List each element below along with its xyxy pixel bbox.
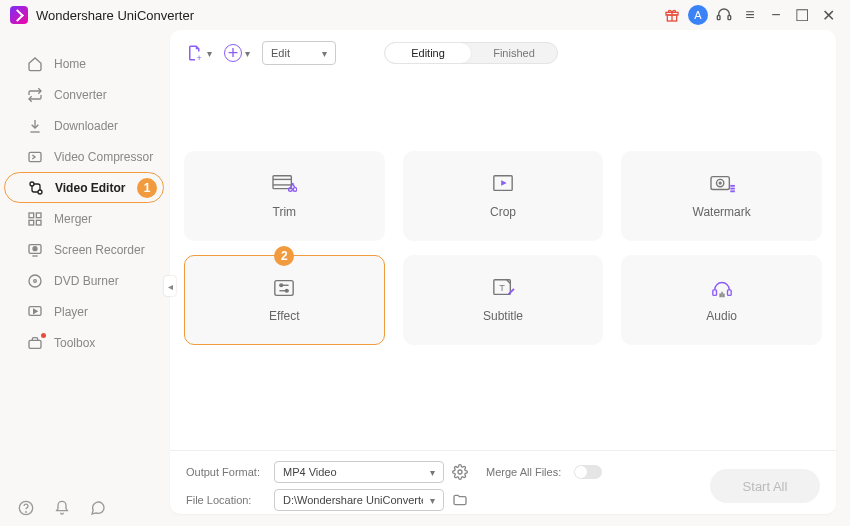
start-all-button[interactable]: Start All (710, 469, 820, 503)
sidebar-item-toolbox[interactable]: Toolbox (4, 327, 164, 358)
sidebar-item-label: Video Compressor (54, 150, 153, 164)
main-panel: ◂ + ▾ + ▾ Edit ▾ Editing Finished TrimCr… (170, 30, 836, 514)
tab-finished[interactable]: Finished (471, 43, 557, 63)
svg-point-25 (293, 188, 297, 192)
compress-icon (26, 149, 44, 165)
file-add-icon: + (186, 44, 204, 62)
collapse-sidebar-button[interactable]: ◂ (164, 276, 176, 296)
sidebar-item-label: Converter (54, 88, 107, 102)
svg-rect-21 (273, 176, 291, 189)
sidebar-item-label: Player (54, 305, 88, 319)
step-badge: 2 (274, 246, 294, 266)
chevron-down-icon: ▾ (322, 48, 327, 59)
svg-point-19 (26, 512, 27, 513)
record-icon (26, 242, 44, 258)
merge-label: Merge All Files: (486, 466, 566, 478)
tile-label: Crop (490, 205, 516, 219)
sidebar-item-label: Video Editor (55, 181, 125, 195)
svg-text:T: T (499, 283, 505, 293)
edit-dropdown[interactable]: Edit ▾ (262, 41, 336, 65)
convert-icon (26, 87, 44, 103)
output-format-label: Output Format: (186, 466, 266, 478)
tile-label: Trim (273, 205, 297, 219)
open-folder-icon[interactable] (452, 492, 478, 508)
tile-effect[interactable]: 2Effect (184, 255, 385, 345)
svg-point-39 (286, 289, 289, 292)
tile-subtitle[interactable]: TSubtitle (403, 255, 604, 345)
svg-point-13 (33, 246, 37, 250)
tile-label: Effect (269, 309, 299, 323)
help-icon[interactable] (18, 500, 34, 516)
watermark-icon (709, 173, 735, 195)
sidebar-item-video-compressor[interactable]: Video Compressor (4, 141, 164, 172)
effect-icon (271, 277, 297, 299)
download-icon (26, 118, 44, 134)
output-settings-icon[interactable] (452, 464, 478, 480)
svg-rect-11 (36, 220, 41, 225)
sidebar-item-merger[interactable]: Merger (4, 203, 164, 234)
output-format-dropdown[interactable]: MP4 Video ▾ (274, 461, 444, 483)
svg-rect-9 (36, 213, 41, 218)
svg-rect-43 (712, 290, 716, 296)
merge-toggle[interactable] (574, 465, 602, 479)
svg-point-24 (289, 188, 293, 192)
svg-point-38 (280, 284, 283, 287)
account-avatar[interactable]: A (686, 3, 710, 27)
support-icon[interactable] (712, 3, 736, 27)
sidebar-item-label: DVD Burner (54, 274, 119, 288)
file-location-dropdown[interactable]: D:\Wondershare UniConverter 1 ▾ (274, 489, 444, 511)
play-icon (26, 304, 44, 320)
svg-text:+: + (197, 53, 202, 63)
tab-editing[interactable]: Editing (385, 43, 471, 63)
sidebar-item-label: Home (54, 57, 86, 71)
tile-label: Subtitle (483, 309, 523, 323)
svg-rect-10 (29, 220, 34, 225)
tile-trim[interactable]: Trim (184, 151, 385, 241)
gift-icon[interactable] (660, 3, 684, 27)
maximize-button[interactable]: ☐ (790, 3, 814, 27)
feedback-icon[interactable] (90, 500, 106, 516)
dvd-icon (26, 273, 44, 289)
menu-icon[interactable]: ≡ (738, 3, 762, 27)
svg-rect-44 (727, 290, 731, 296)
sidebar: HomeConverterDownloaderVideo CompressorV… (0, 30, 170, 526)
sidebar-item-screen-recorder[interactable]: Screen Recorder (4, 234, 164, 265)
trim-icon (271, 173, 297, 195)
sidebar-item-label: Merger (54, 212, 92, 226)
chevron-down-icon: ▾ (430, 495, 435, 506)
svg-point-48 (458, 470, 462, 474)
tile-watermark[interactable]: Watermark (621, 151, 822, 241)
svg-rect-8 (29, 213, 34, 218)
sidebar-item-label: Toolbox (54, 336, 95, 350)
tile-label: Audio (706, 309, 737, 323)
close-button[interactable]: ✕ (816, 3, 840, 27)
edit-dropdown-label: Edit (271, 47, 290, 59)
app-logo (10, 6, 28, 24)
chevron-down-icon: ▾ (207, 48, 212, 59)
app-title: Wondershare UniConverter (36, 8, 194, 23)
minimize-button[interactable]: − (764, 3, 788, 27)
add-url-button[interactable]: + ▾ (224, 44, 250, 62)
sidebar-item-video-editor[interactable]: Video Editor1 (4, 172, 164, 203)
sidebar-item-downloader[interactable]: Downloader (4, 110, 164, 141)
output-format-value: MP4 Video (283, 466, 337, 478)
file-location-value: D:\Wondershare UniConverter 1 (283, 494, 423, 506)
svg-line-42 (508, 289, 514, 295)
sidebar-item-dvd-burner[interactable]: DVD Burner (4, 265, 164, 296)
step-badge: 1 (137, 178, 157, 198)
svg-point-7 (38, 190, 42, 194)
toolbox-icon (26, 335, 44, 351)
plus-circle-icon: + (224, 44, 242, 62)
sidebar-item-player[interactable]: Player (4, 296, 164, 327)
add-file-button[interactable]: + ▾ (186, 44, 212, 62)
sidebar-item-home[interactable]: Home (4, 48, 164, 79)
sidebar-item-converter[interactable]: Converter (4, 79, 164, 110)
tile-label: Watermark (693, 205, 751, 219)
tile-crop[interactable]: Crop (403, 151, 604, 241)
tile-audio[interactable]: Audio (621, 255, 822, 345)
svg-point-15 (34, 279, 37, 282)
subtitle-icon: T (490, 277, 516, 299)
merge-icon (26, 211, 44, 227)
bell-icon[interactable] (54, 500, 70, 516)
svg-point-6 (30, 182, 34, 186)
